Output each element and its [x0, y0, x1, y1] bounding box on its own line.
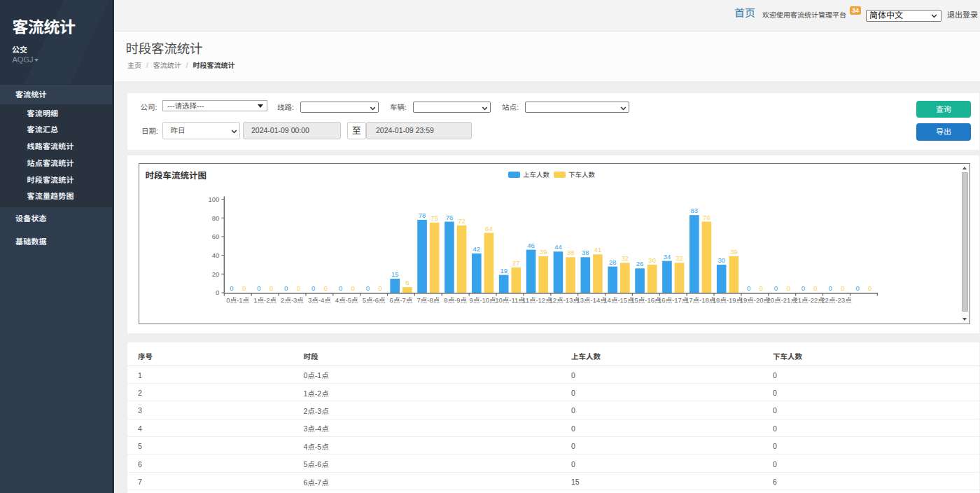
svg-text:4点-5点: 4点-5点: [335, 296, 358, 304]
svg-text:18点-19点: 18点-19点: [712, 296, 743, 304]
svg-text:0: 0: [841, 284, 844, 292]
svg-text:20: 20: [211, 270, 219, 278]
svg-text:8点-9点: 8点-9点: [444, 296, 467, 304]
svg-text:0: 0: [828, 284, 832, 292]
svg-text:0: 0: [284, 284, 288, 292]
svg-text:0点-1点: 0点-1点: [226, 296, 249, 304]
svg-text:0: 0: [868, 284, 872, 292]
svg-text:76: 76: [703, 214, 710, 221]
svg-text:38: 38: [566, 249, 574, 256]
svg-text:0: 0: [759, 284, 762, 292]
svg-text:64: 64: [485, 225, 493, 232]
svg-text:0: 0: [323, 284, 327, 292]
svg-text:100: 100: [208, 195, 219, 203]
svg-text:34: 34: [663, 253, 671, 261]
svg-text:28: 28: [608, 258, 616, 266]
svg-text:0: 0: [801, 284, 804, 292]
svg-text:14点-15点: 14点-15点: [603, 296, 634, 304]
svg-text:39: 39: [539, 248, 547, 256]
svg-text:3点-4点: 3点-4点: [307, 296, 330, 304]
svg-text:0: 0: [813, 284, 817, 292]
svg-text:0: 0: [338, 284, 342, 292]
svg-text:39: 39: [730, 248, 738, 256]
svg-text:17点-18点: 17点-18点: [685, 296, 715, 304]
svg-text:0: 0: [269, 284, 272, 292]
svg-text:0: 0: [296, 284, 300, 292]
svg-text:19点-20点: 19点-20点: [739, 296, 770, 304]
svg-text:26: 26: [636, 260, 643, 268]
svg-text:0: 0: [378, 284, 382, 292]
svg-text:42: 42: [472, 245, 480, 253]
svg-text:1点-2点: 1点-2点: [253, 296, 276, 304]
svg-text:80: 80: [211, 214, 219, 222]
svg-text:11点-12点: 11点-12点: [522, 296, 552, 304]
svg-text:32: 32: [621, 254, 629, 262]
svg-text:32: 32: [676, 254, 683, 262]
svg-text:60: 60: [211, 232, 219, 240]
svg-text:5点-6点: 5点-6点: [362, 296, 385, 304]
svg-text:75: 75: [430, 214, 438, 222]
svg-text:0: 0: [746, 284, 750, 292]
svg-text:30: 30: [718, 256, 725, 264]
svg-text:46: 46: [527, 242, 535, 249]
svg-text:20点-21点: 20点-21点: [766, 296, 797, 304]
svg-text:16点-17点: 16点-17点: [658, 296, 689, 304]
svg-text:40: 40: [211, 251, 219, 259]
svg-text:30: 30: [648, 256, 656, 264]
svg-text:0: 0: [230, 284, 233, 292]
svg-text:7点-8点: 7点-8点: [416, 296, 440, 304]
svg-text:76: 76: [445, 214, 453, 221]
svg-text:9点-10点: 9点-10点: [469, 296, 496, 304]
svg-text:27: 27: [512, 259, 520, 267]
svg-text:0: 0: [351, 284, 354, 292]
svg-text:0: 0: [786, 284, 790, 292]
svg-text:12点-13点: 12点-13点: [549, 296, 580, 304]
svg-text:0: 0: [241, 284, 245, 292]
svg-text:0: 0: [774, 284, 777, 292]
svg-text:38: 38: [582, 249, 589, 256]
svg-text:83: 83: [690, 207, 698, 214]
svg-text:13点-14点: 13点-14点: [576, 296, 607, 304]
svg-text:15点-16点: 15点-16点: [631, 296, 662, 304]
svg-text:72: 72: [458, 217, 465, 225]
svg-text:10点-11点: 10点-11点: [495, 296, 525, 304]
svg-text:21点-22点: 21点-22点: [794, 296, 825, 304]
svg-text:78: 78: [418, 211, 426, 219]
svg-text:0: 0: [216, 289, 219, 296]
svg-text:22点-23点: 22点-23点: [821, 296, 852, 304]
svg-text:2点-3点: 2点-3点: [281, 296, 304, 304]
svg-text:0: 0: [365, 284, 369, 292]
svg-text:15: 15: [391, 270, 398, 278]
svg-text:6点-7点: 6点-7点: [389, 296, 412, 304]
svg-text:0: 0: [257, 284, 260, 292]
svg-text:44: 44: [554, 243, 562, 251]
svg-text:41: 41: [594, 246, 601, 254]
svg-text:6: 6: [405, 279, 409, 286]
svg-text:0: 0: [855, 284, 859, 292]
svg-text:19: 19: [500, 267, 507, 275]
svg-text:0: 0: [311, 284, 314, 292]
